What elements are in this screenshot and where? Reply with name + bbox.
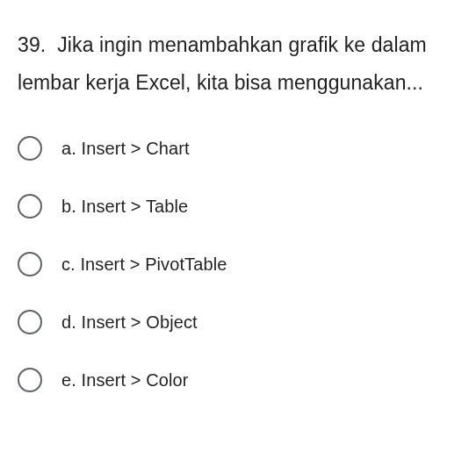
option-c[interactable]: c. Insert > PivotTable (18, 252, 458, 276)
option-label: a. Insert > Chart (61, 139, 190, 159)
radio-icon (18, 252, 42, 276)
radio-icon (18, 368, 42, 392)
radio-icon (18, 310, 42, 334)
question-text: 39. Jika ingin menambahkan grafik ke dal… (18, 26, 458, 101)
option-label: c. Insert > PivotTable (61, 255, 227, 275)
option-d[interactable]: d. Insert > Object (18, 310, 458, 334)
question-body: Jika ingin menambahkan grafik ke dalam l… (18, 33, 427, 94)
radio-icon (18, 136, 42, 161)
option-a[interactable]: a. Insert > Chart (18, 136, 458, 161)
option-b[interactable]: b. Insert > Table (18, 194, 458, 219)
option-label: d. Insert > Object (61, 312, 198, 333)
radio-icon (18, 194, 42, 219)
question-number: 39. (18, 33, 46, 56)
option-label: b. Insert > Table (61, 197, 188, 217)
options-list: a. Insert > Chart b. Insert > Table c. I… (18, 136, 458, 392)
option-label: e. Insert > Color (61, 370, 189, 391)
option-e[interactable]: e. Insert > Color (18, 368, 458, 392)
